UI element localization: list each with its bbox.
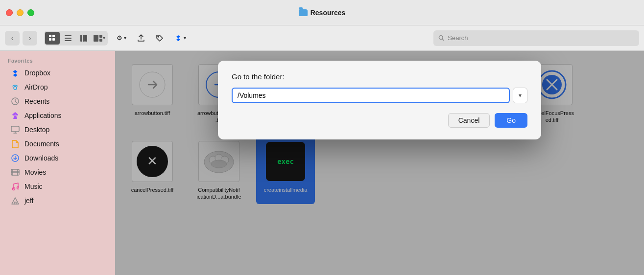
close-button[interactable] bbox=[6, 9, 13, 16]
sidebar-label-dropbox: Dropbox bbox=[24, 69, 50, 77]
dropbox-button[interactable]: ▾ bbox=[170, 32, 190, 45]
svg-rect-6 bbox=[65, 40, 72, 41]
svg-rect-2 bbox=[49, 38, 51, 41]
gear-chevron: ▾ bbox=[124, 35, 126, 41]
maximize-button[interactable] bbox=[27, 9, 34, 16]
search-input[interactable] bbox=[448, 34, 634, 42]
desktop-icon bbox=[11, 125, 20, 134]
svg-rect-7 bbox=[80, 35, 82, 42]
svg-rect-0 bbox=[49, 35, 51, 37]
folder-path-input[interactable] bbox=[232, 88, 510, 103]
folder-dropdown-button[interactable]: ▾ bbox=[513, 88, 527, 103]
sidebar-label-documents: Documents bbox=[24, 140, 59, 148]
dropbox-chevron: ▾ bbox=[184, 35, 186, 41]
sidebar-label-applications: Applications bbox=[24, 112, 62, 119]
toolbar: ‹ › bbox=[0, 25, 644, 51]
sidebar-item-downloads[interactable]: Downloads bbox=[3, 151, 112, 165]
folder-icon bbox=[299, 9, 308, 16]
search-box[interactable] bbox=[433, 30, 639, 46]
svg-rect-1 bbox=[52, 35, 55, 37]
sidebar-item-music[interactable]: Music bbox=[3, 180, 112, 193]
svg-rect-3 bbox=[52, 38, 55, 41]
sidebar-label-movies: Movies bbox=[24, 168, 46, 176]
sidebar-item-documents[interactable]: Documents bbox=[3, 137, 112, 151]
airdrop-icon bbox=[11, 83, 20, 92]
search-icon bbox=[438, 35, 445, 42]
share-icon bbox=[137, 34, 145, 42]
dropbox-icon bbox=[174, 34, 182, 42]
forward-button[interactable]: › bbox=[23, 31, 37, 46]
window-controls bbox=[6, 9, 34, 16]
movies-icon bbox=[11, 168, 20, 177]
sidebar-item-desktop[interactable]: Desktop bbox=[3, 123, 112, 137]
svg-rect-11 bbox=[99, 35, 102, 38]
sidebar-label-jeff: jeff bbox=[24, 197, 33, 205]
back-button[interactable]: ‹ bbox=[5, 31, 20, 46]
sidebar-item-jeff[interactable]: jeff bbox=[3, 194, 112, 207]
view-list-button[interactable] bbox=[61, 32, 75, 45]
sidebar-label-downloads: Downloads bbox=[24, 154, 58, 162]
sidebar-label-desktop: Desktop bbox=[24, 126, 49, 134]
downloads-icon bbox=[11, 154, 20, 162]
tag-button[interactable] bbox=[152, 32, 167, 45]
svg-rect-8 bbox=[83, 35, 85, 42]
svg-rect-17 bbox=[11, 126, 19, 132]
back-icon: ‹ bbox=[11, 34, 14, 42]
goto-folder-dialog: Go to the folder: ▾ Cancel Go bbox=[218, 61, 541, 139]
minimize-button[interactable] bbox=[17, 9, 24, 16]
tag-icon bbox=[156, 34, 164, 42]
recents-icon bbox=[11, 97, 20, 106]
svg-rect-12 bbox=[99, 39, 102, 42]
sidebar-label-airdrop: AirDrop bbox=[24, 83, 48, 91]
svg-rect-10 bbox=[94, 35, 98, 42]
go-button[interactable]: Go bbox=[495, 113, 527, 128]
modal-overlay: Go to the folder: ▾ Cancel Go bbox=[115, 51, 644, 275]
modal-title: Go to the folder: bbox=[232, 72, 527, 81]
svg-rect-4 bbox=[65, 35, 72, 36]
sidebar-item-movies[interactable]: Movies bbox=[3, 165, 112, 179]
chevron-down-icon: ▾ bbox=[519, 92, 522, 99]
jeff-icon bbox=[11, 196, 20, 205]
view-grid-button[interactable] bbox=[45, 32, 60, 45]
sidebar-item-recents[interactable]: Recents bbox=[3, 94, 112, 108]
cancel-button[interactable]: Cancel bbox=[448, 113, 490, 128]
window-title: Resources bbox=[299, 9, 346, 17]
svg-rect-5 bbox=[65, 38, 72, 39]
applications-icon bbox=[11, 111, 20, 120]
sidebar-section-label: Favorites bbox=[0, 56, 115, 66]
documents-icon bbox=[11, 139, 20, 148]
gear-button[interactable]: ⚙ ▾ bbox=[113, 32, 130, 44]
music-icon bbox=[11, 182, 20, 191]
svg-point-14 bbox=[439, 35, 443, 39]
modal-buttons: Cancel Go bbox=[232, 113, 527, 128]
gear-icon: ⚙ bbox=[117, 34, 122, 42]
content-area: arrowbutton.tiff arrowbuttonFocus.tiff bbox=[115, 51, 644, 275]
sidebar: Favorites Dropbox AirDrop bbox=[0, 51, 115, 275]
svg-point-13 bbox=[158, 36, 159, 37]
share-button[interactable] bbox=[133, 32, 149, 45]
modal-input-row: ▾ bbox=[232, 88, 527, 103]
view-column-button[interactable] bbox=[76, 32, 91, 45]
dropbox-icon bbox=[11, 69, 20, 77]
svg-rect-9 bbox=[85, 35, 87, 42]
forward-icon: › bbox=[29, 34, 31, 42]
sidebar-label-recents: Recents bbox=[24, 97, 49, 105]
sidebar-item-applications[interactable]: Applications bbox=[3, 109, 112, 122]
title-bar: Resources bbox=[0, 0, 644, 25]
view-gallery-button[interactable]: ▾ bbox=[92, 32, 107, 45]
sidebar-item-dropbox[interactable]: Dropbox bbox=[3, 66, 112, 80]
main-area: Favorites Dropbox AirDrop bbox=[0, 51, 644, 275]
sidebar-item-airdrop[interactable]: AirDrop bbox=[3, 80, 112, 94]
sidebar-label-music: Music bbox=[24, 183, 43, 190]
view-switcher: ▾ bbox=[44, 31, 108, 46]
